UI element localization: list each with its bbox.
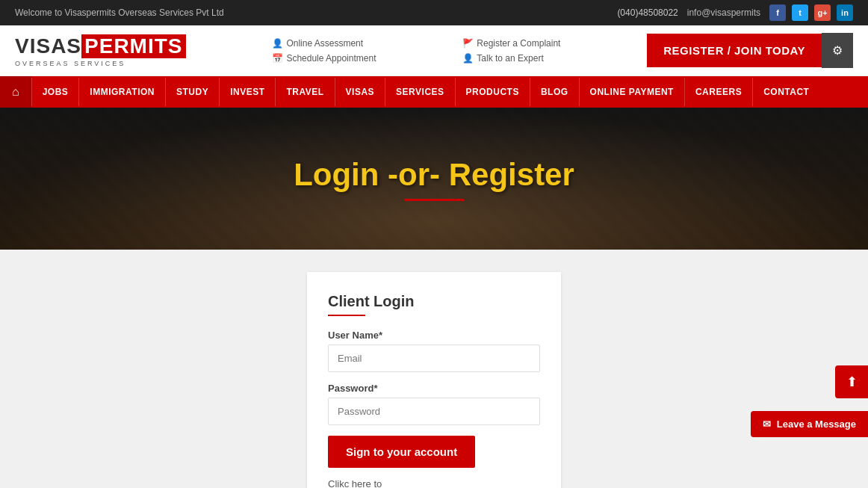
nav-careers[interactable]: CAREERS [684, 78, 752, 106]
register-complaint-link[interactable]: 🚩 Register a Complaint [462, 38, 560, 49]
top-bar: Welcome to Visaspermits Overseas Service… [0, 0, 868, 25]
nav-blog[interactable]: BLOG [530, 78, 579, 106]
flag-icon: 🚩 [462, 38, 474, 49]
talk-expert-link[interactable]: 👤 Talk to an Expert [462, 53, 560, 64]
hero-content: Login -or- Register [294, 157, 574, 201]
main-nav: ⌂ JOBS IMMIGRATION STUDY INVEST TRAVEL V… [0, 76, 868, 108]
nav-immigration[interactable]: IMMIGRATION [78, 78, 165, 106]
sign-in-button[interactable]: Sign to your account [328, 436, 475, 468]
schedule-appointment-link[interactable]: 📅 Schedule Appointment [272, 53, 376, 64]
nav-products[interactable]: PRODUCTS [455, 78, 530, 106]
googleplus-icon[interactable]: g+ [814, 4, 831, 21]
arrow-up-icon: ⬆ [846, 374, 858, 390]
nav-jobs[interactable]: JOBS [31, 78, 79, 106]
nav-invest[interactable]: INVEST [219, 78, 275, 106]
register-join-icon: ⚙ [822, 33, 853, 68]
top-bar-right: (040)48508022 info@visaspermits f t g+ i… [617, 4, 853, 21]
login-card: Client Login User Name* Password* Sign t… [307, 272, 561, 488]
logo-permits: PERMITS [81, 34, 185, 58]
password-input[interactable] [328, 398, 540, 425]
nav-home-button[interactable]: ⌂ [0, 76, 31, 108]
nav-services[interactable]: SERVICES [385, 78, 454, 106]
calendar-icon: 📅 [272, 53, 283, 64]
register-join-label: REGISTER / JOIN TODAY [647, 34, 822, 67]
main-content: Client Login User Name* Password* Sign t… [0, 250, 868, 488]
leave-message-label: Leave a Message [777, 418, 856, 430]
header-links-left: 👤 Online Assessment 📅 Schedule Appointme… [272, 38, 376, 64]
online-assessment-link[interactable]: 👤 Online Assessment [272, 38, 376, 49]
header: VISAS PERMITS OVERSEAS SERVICES 👤 Online… [0, 25, 868, 76]
click-here-text: Clikc here to [328, 478, 540, 488]
email-link[interactable]: info@visaspermits [687, 7, 760, 18]
username-label: User Name* [328, 330, 540, 341]
header-links-right: 🚩 Register a Complaint 👤 Talk to an Expe… [462, 38, 560, 64]
password-label: Password* [328, 383, 540, 394]
leave-message-button[interactable]: ✉ Leave a Message [751, 411, 868, 437]
nav-visas[interactable]: VISAS [335, 78, 385, 106]
logo-sub: OVERSEAS SERVICES [15, 60, 186, 67]
nav-travel[interactable]: TRAVEL [275, 78, 334, 106]
facebook-icon[interactable]: f [769, 4, 786, 21]
logo-wordmark: VISAS PERMITS [15, 34, 186, 58]
login-title: Client Login [328, 293, 540, 310]
logo: VISAS PERMITS OVERSEAS SERVICES [15, 34, 186, 67]
twitter-icon[interactable]: t [792, 4, 808, 21]
login-underline [328, 315, 365, 316]
scroll-top-fab[interactable]: ⬆ [835, 365, 868, 398]
username-input[interactable] [328, 345, 540, 372]
expert-icon: 👤 [462, 53, 474, 64]
welcome-text: Welcome to Visaspermits Overseas Service… [15, 7, 224, 18]
social-icons: f t g+ in [769, 4, 853, 21]
logo-visas: VISAS [15, 34, 81, 58]
hero-section: Login -or- Register [0, 108, 868, 250]
envelope-icon: ✉ [763, 418, 771, 430]
phone-number: (040)48508022 [617, 7, 678, 18]
hero-title: Login -or- Register [294, 157, 574, 193]
hero-underline [404, 199, 464, 201]
nav-online-payment[interactable]: ONLINE PAYMENT [579, 78, 684, 106]
register-join-button[interactable]: REGISTER / JOIN TODAY ⚙ [647, 33, 853, 68]
nav-study[interactable]: STUDY [165, 78, 219, 106]
user-icon: 👤 [272, 38, 283, 49]
linkedin-icon[interactable]: in [837, 4, 853, 21]
nav-contact[interactable]: CONTACT [752, 78, 819, 106]
